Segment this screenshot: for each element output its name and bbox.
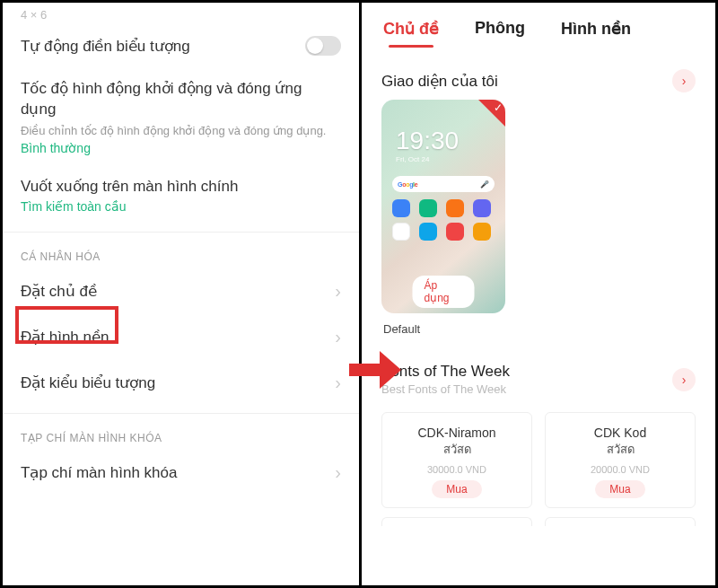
font-card[interactable]: CDK-Niramon สวัสด 30000.0 VND Mua [381,412,532,508]
chevron-right-icon: › [335,462,341,483]
section-personalize: CÁ NHÂN HÓA [3,233,359,268]
theme-store-panel: Chủ đề Phông Hình nền Giao diện của tôi … [362,3,715,585]
fonts-of-week-header: Fonts of The Week Best Fonts of The Week… [362,336,715,403]
theme-thumbnail: 19:30 Fri, Oct 24 Google 🎤 Áp dụng [381,100,505,313]
fonts-of-week-title: Fonts of The Week [381,363,510,381]
chevron-right-icon: › [682,74,687,88]
lockscreen-magazine-row[interactable]: Tạp chí màn hình khóa › [3,450,359,496]
fonts-grid: CDK-Niramon สวัสด 30000.0 VND Mua CDK Ko… [362,403,715,508]
font-sample: สวัสด [388,440,526,459]
preview-clock: 19:30 [396,127,496,155]
preview-date: Fri, Oct 24 [396,155,496,163]
auto-fill-icons-label: Tự động điền biểu tượng [21,37,190,56]
tab-theme[interactable]: Chủ đề [383,19,439,44]
my-interface-header: Giao diện của tôi › [362,53,715,100]
chevron-right-icon: › [335,281,341,302]
tutorial-frame: 4 × 6 Tự động điền biểu tượng Tốc độ hìn… [0,0,718,588]
google-search-widget-icon: Google 🎤 [392,176,495,192]
chevron-right-icon: › [335,327,341,347]
tab-wallpaper[interactable]: Hình nền [561,19,631,44]
font-price: 20000.0 VND [551,464,689,475]
set-wallpaper-label: Đặt hình nền [21,328,109,347]
fonts-of-week-subtitle: Best Fonts of The Week [381,382,510,396]
set-icon-style-label: Đặt kiểu biểu tượng [21,373,155,392]
more-my-interface-button[interactable]: › [672,69,696,92]
font-card[interactable]: CDK Kod สวัสด 20000.0 VND Mua [545,412,696,508]
lockscreen-magazine-label: Tạp chí màn hình khóa [21,463,177,482]
fonts-grid-next-row [362,508,715,526]
section-lockscreen-magazine: TẠP CHÍ MÀN HÌNH KHÓA [3,414,359,450]
swipe-down-label: Vuốt xuống trên màn hình chính [21,177,341,197]
set-theme-label: Đặt chủ đề [21,282,97,301]
buy-button[interactable]: Mua [595,480,644,498]
font-price: 30000.0 VND [388,464,526,475]
font-name: CDK Kod [551,426,689,440]
buy-button[interactable]: Mua [432,480,481,498]
theme-card-default[interactable]: 19:30 Fri, Oct 24 Google 🎤 Áp dụng [381,100,505,313]
chevron-right-icon: › [335,373,341,393]
set-icon-style-row[interactable]: Đặt kiểu biểu tượng › [3,360,359,406]
animation-speed-label: Tốc độ hình động khởi động và đóng ứng d… [21,79,341,120]
theme-store-tabs: Chủ đề Phông Hình nền [362,3,715,53]
swipe-down-value: Tìm kiếm toàn cầu [21,199,341,214]
chevron-right-icon: › [682,373,687,387]
swipe-down-row[interactable]: Vuốt xuống trên màn hình chính Tìm kiếm … [3,166,359,224]
more-fonts-button[interactable]: › [672,368,696,391]
preview-icon-grid [390,197,496,242]
font-sample: สวัสด [551,440,689,459]
apply-theme-button[interactable]: Áp dụng [413,276,475,308]
animation-speed-row[interactable]: Tốc độ hình động khởi động và đóng ứng d… [3,68,359,166]
auto-fill-icons-row[interactable]: Tự động điền biểu tượng [3,23,359,68]
my-interface-title: Giao diện của tôi [381,72,498,91]
animation-speed-desc: Điều chỉnh tốc độ hình động khởi động và… [21,124,341,139]
set-theme-row[interactable]: Đặt chủ đề › [3,268,359,314]
animation-speed-value: Bình thường [21,141,341,155]
tab-font[interactable]: Phông [475,19,525,44]
settings-homescreen-panel: 4 × 6 Tự động điền biểu tượng Tốc độ hìn… [3,3,362,585]
theme-name-label: Default [383,322,715,336]
font-name: CDK-Niramon [388,426,526,440]
grid-size-label: 4 × 6 [3,3,359,23]
toggle-off-icon[interactable] [305,36,341,56]
set-wallpaper-row[interactable]: Đặt hình nền › [3,314,359,360]
